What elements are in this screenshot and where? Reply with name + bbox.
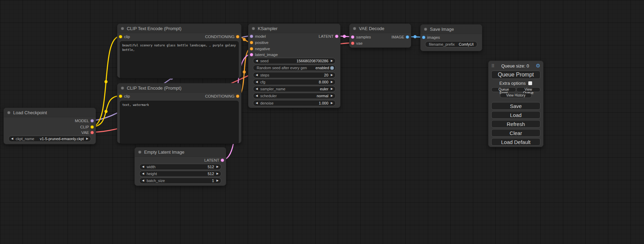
node-title-bar[interactable]: VAE Decode bbox=[350, 24, 411, 33]
save-button[interactable]: Save bbox=[491, 102, 540, 110]
node-clip-text-encode-negative[interactable]: CLIP Text Encode (Prompt) clip CONDITION… bbox=[117, 83, 241, 143]
image-output-dot[interactable] bbox=[406, 35, 409, 39]
toggle-ball-icon[interactable] bbox=[330, 66, 334, 70]
drag-handle-icon[interactable]: ⠿ bbox=[491, 63, 495, 69]
node-title-bar[interactable]: Load Checkpoint bbox=[4, 108, 96, 117]
decrement-arrow-icon[interactable]: ◀ bbox=[256, 102, 258, 105]
next-value-arrow-icon[interactable]: ▶ bbox=[331, 88, 333, 90]
decrement-arrow-icon[interactable]: ◀ bbox=[142, 172, 144, 175]
batch-size-widget[interactable]: ◀ batch_size 1 ▶ bbox=[139, 178, 221, 184]
node-title-bar[interactable]: Empty Latent Image bbox=[135, 147, 226, 157]
view-queue-button[interactable]: View Queue bbox=[516, 87, 540, 92]
node-ksampler[interactable]: KSampler model LATENT positive negative … bbox=[248, 24, 341, 108]
increment-arrow-icon[interactable]: ▶ bbox=[217, 179, 219, 182]
ckpt-name-widget[interactable]: ◀ ckpt_name v1-5-pruned-emaonly.ckpt ▶ bbox=[8, 136, 91, 142]
refresh-button[interactable]: Refresh bbox=[491, 120, 540, 128]
decrement-arrow-icon[interactable]: ◀ bbox=[256, 81, 258, 83]
node-title-label: CLIP Text Encode (Prompt) bbox=[127, 26, 182, 31]
node-status-icon bbox=[121, 27, 124, 30]
scheduler-widget[interactable]: ◀ scheduler normal ▶ bbox=[253, 93, 336, 99]
cfg-widget[interactable]: ◀ cfg 8.000 ▶ bbox=[253, 79, 336, 85]
widget-value: 8.000 bbox=[319, 80, 328, 84]
wire-midpoint-dot bbox=[243, 71, 246, 74]
width-widget[interactable]: ◀ width 512 ▶ bbox=[139, 164, 221, 170]
positive-input-dot[interactable] bbox=[250, 41, 253, 44]
steps-widget[interactable]: ◀ steps 20 ▶ bbox=[253, 72, 336, 78]
increment-arrow-icon[interactable]: ▶ bbox=[331, 60, 333, 62]
node-title-bar[interactable]: Save Image bbox=[421, 25, 482, 34]
clear-button[interactable]: Clear bbox=[491, 129, 540, 137]
seed-widget[interactable]: ◀ seed 156680208700286 ▶ bbox=[253, 58, 336, 64]
output-slot-image: IMAGE bbox=[350, 34, 411, 40]
next-value-arrow-icon[interactable]: ▶ bbox=[331, 94, 333, 97]
increment-arrow-icon[interactable]: ▶ bbox=[217, 172, 219, 175]
output-slot-vae: VAE bbox=[4, 130, 96, 135]
vae-input-dot[interactable] bbox=[351, 42, 354, 45]
queue-prompt-button[interactable]: Queue Prompt bbox=[491, 71, 540, 79]
decrement-arrow-icon[interactable]: ◀ bbox=[142, 165, 144, 168]
widget-value: v1-5-pruned-emaonly.ckpt bbox=[40, 137, 84, 141]
latent-output-dot[interactable] bbox=[221, 159, 224, 162]
slot-label: CONDITIONING bbox=[205, 94, 235, 98]
prev-value-arrow-icon[interactable]: ◀ bbox=[11, 137, 13, 140]
increment-arrow-icon[interactable]: ▶ bbox=[331, 74, 333, 76]
slot-label: LATENT bbox=[204, 158, 219, 162]
node-empty-latent-image[interactable]: Empty Latent Image LATENT ◀ width 512 ▶ … bbox=[134, 147, 226, 186]
increment-arrow-icon[interactable]: ▶ bbox=[331, 81, 333, 83]
images-input-dot[interactable] bbox=[422, 36, 425, 39]
widget-value: enabled bbox=[316, 66, 329, 70]
random-seed-toggle-widget[interactable]: Random seed after every gen enabled bbox=[253, 65, 336, 71]
prev-value-arrow-icon[interactable]: ◀ bbox=[256, 94, 258, 97]
node-title-bar[interactable]: CLIP Text Encode (Prompt) bbox=[117, 83, 241, 93]
wire-midpoint-dot bbox=[105, 110, 108, 113]
widget-value: 20 bbox=[324, 73, 328, 77]
node-status-icon bbox=[138, 151, 141, 154]
negative-prompt-textarea[interactable]: text, watermark bbox=[120, 101, 239, 144]
vae-output-dot[interactable] bbox=[90, 131, 94, 134]
extra-options-checkbox[interactable] bbox=[528, 81, 532, 85]
node-title-bar[interactable]: CLIP Text Encode (Prompt) bbox=[117, 24, 241, 33]
node-title-label: VAE Decode bbox=[359, 26, 384, 31]
model-output-dot[interactable] bbox=[90, 119, 94, 123]
conditioning-output-dot[interactable] bbox=[236, 35, 239, 38]
widget-value: 1 bbox=[212, 179, 214, 183]
widget-label: ckpt_name bbox=[16, 137, 34, 141]
load-button[interactable]: Load bbox=[491, 111, 540, 119]
increment-arrow-icon[interactable]: ▶ bbox=[217, 165, 219, 168]
widget-value: 1.000 bbox=[319, 101, 328, 105]
node-load-checkpoint[interactable]: Load Checkpoint MODEL CLIP VAE ◀ ckpt_na… bbox=[3, 108, 96, 144]
filename-prefix-widget[interactable]: filename_prefix ComfyUI bbox=[425, 41, 477, 47]
negative-input-dot[interactable] bbox=[250, 47, 253, 51]
node-clip-text-encode-positive[interactable]: CLIP Text Encode (Prompt) clip CONDITION… bbox=[117, 24, 241, 78]
conditioning-output-dot[interactable] bbox=[236, 94, 239, 98]
view-history-button[interactable]: View History bbox=[500, 93, 532, 98]
queue-front-button[interactable]: Queue Front bbox=[491, 87, 516, 92]
denoise-widget[interactable]: ◀ denoise 1.000 ▶ bbox=[253, 100, 336, 106]
positive-prompt-textarea[interactable]: beautiful scenery nature glass bottle la… bbox=[120, 41, 239, 79]
slot-label: CLIP bbox=[80, 125, 89, 129]
next-value-arrow-icon[interactable]: ▶ bbox=[86, 137, 88, 140]
latent-image-input-dot[interactable] bbox=[250, 53, 253, 56]
widget-label: filename_prefix bbox=[429, 42, 455, 46]
decrement-arrow-icon[interactable]: ◀ bbox=[256, 74, 258, 76]
node-graph-canvas[interactable]: Load Checkpoint MODEL CLIP VAE ◀ ckpt_na… bbox=[0, 0, 644, 244]
slot-label: images bbox=[427, 35, 440, 39]
decrement-arrow-icon[interactable]: ◀ bbox=[142, 179, 144, 182]
clip-output-dot[interactable] bbox=[90, 125, 94, 129]
node-vae-decode[interactable]: VAE Decode samples IMAGE vae bbox=[349, 24, 411, 48]
input-slot-positive: positive bbox=[248, 40, 340, 45]
decrement-arrow-icon[interactable]: ◀ bbox=[256, 60, 258, 62]
latent-output-dot[interactable] bbox=[335, 35, 338, 38]
node-save-image[interactable]: Save Image images filename_prefix ComfyU… bbox=[420, 24, 482, 51]
wire-clip-negative bbox=[92, 96, 120, 127]
load-default-button[interactable]: Load Default bbox=[491, 138, 540, 146]
settings-gear-icon[interactable]: ⚙ bbox=[536, 63, 540, 69]
output-slot-latent: LATENT bbox=[248, 34, 340, 39]
increment-arrow-icon[interactable]: ▶ bbox=[331, 102, 333, 105]
output-slot-model: MODEL bbox=[4, 118, 96, 124]
height-widget[interactable]: ◀ height 512 ▶ bbox=[139, 171, 221, 177]
prev-value-arrow-icon[interactable]: ◀ bbox=[256, 88, 258, 90]
node-title-bar[interactable]: KSampler bbox=[248, 24, 340, 33]
sampler-name-widget[interactable]: ◀ sampler_name euler ▶ bbox=[253, 86, 336, 92]
widget-value: 512 bbox=[208, 165, 214, 169]
